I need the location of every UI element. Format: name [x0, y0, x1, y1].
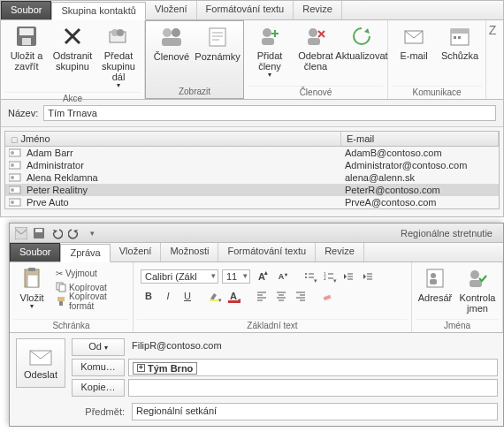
- tab2-moznosti[interactable]: Možnosti: [161, 243, 218, 261]
- to-button[interactable]: Komu…: [72, 359, 125, 376]
- paste-button[interactable]: Vložit ▾: [13, 264, 50, 313]
- subject-label: Předmět:: [72, 406, 128, 417]
- adresar-button[interactable]: Adresář: [416, 264, 454, 305]
- member-name: Prve Auto: [27, 197, 345, 208]
- contact-icon: [9, 160, 23, 170]
- group-text-label: Základní text: [137, 319, 408, 330]
- table-row[interactable]: Peter RealitnyPeterR@contoso.com: [5, 184, 499, 196]
- ribbon: Uložit a zavřít Odstranit skupinu Předat…: [1, 20, 503, 100]
- from-button[interactable]: Od ▾: [72, 338, 125, 356]
- delete-group-button[interactable]: Odstranit skupinu: [50, 22, 95, 73]
- font-color-button[interactable]: A: [225, 288, 241, 304]
- meeting-button[interactable]: Schůzka: [438, 22, 482, 63]
- col-email-header[interactable]: E-mail: [341, 132, 499, 146]
- indent-button[interactable]: [360, 269, 376, 284]
- qat-save-button[interactable]: [31, 225, 47, 241]
- clear-format-button[interactable]: [319, 288, 335, 304]
- qat-undo-button[interactable]: [49, 225, 65, 241]
- align-center-button[interactable]: [273, 288, 289, 304]
- notes-button[interactable]: Poznámky: [195, 23, 240, 64]
- tab-soubor[interactable]: Soubor: [1, 1, 51, 19]
- table-row[interactable]: Alena Reklamnaalena@alenn.sk: [5, 171, 499, 184]
- svg-point-15: [309, 28, 317, 37]
- remove-member-button[interactable]: Odebrat člena: [294, 22, 338, 73]
- group-jmena: Adresář Kontrola jmen Jména: [412, 262, 503, 332]
- qat-redo-button[interactable]: [66, 225, 82, 241]
- members-label: Členové: [154, 51, 189, 62]
- bullets-button[interactable]: [302, 269, 317, 284]
- members-button[interactable]: Členové: [149, 23, 194, 64]
- svg-point-13: [263, 28, 271, 37]
- align-right-button[interactable]: [293, 288, 309, 304]
- to-input[interactable]: +Tým Brno: [128, 359, 498, 376]
- tab2-revize[interactable]: Revize: [316, 243, 364, 261]
- tab2-formatovani[interactable]: Formátování textu: [218, 243, 316, 261]
- meeting-label: Schůzka: [441, 50, 478, 61]
- dropdown-icon: ▾: [30, 303, 34, 311]
- cc-input[interactable]: [128, 379, 498, 397]
- cut-button[interactable]: ✂Vyjmout: [52, 266, 129, 280]
- qat-more-button[interactable]: ▾: [84, 225, 100, 241]
- add-member-button[interactable]: Přidat členy ▾: [248, 22, 292, 81]
- font-selector[interactable]: Calibri (Zákl: [141, 269, 218, 284]
- save-close-label: Uložit a zavřít: [6, 50, 47, 72]
- cc-button[interactable]: Kopie…: [72, 379, 125, 397]
- send-button[interactable]: Odeslat: [16, 338, 65, 388]
- col-name-header[interactable]: ▢ Jméno: [5, 132, 341, 146]
- svg-rect-16: [308, 38, 320, 45]
- subject-input[interactable]: Regionální setkání: [132, 403, 498, 420]
- svg-rect-41: [59, 301, 63, 306]
- email-button[interactable]: E-mail: [392, 22, 436, 63]
- email-label: E-mail: [400, 50, 427, 61]
- tab-formatovani[interactable]: Formátování textu: [197, 1, 294, 19]
- table-row[interactable]: AdministratorAdministrator@contoso.com: [5, 159, 499, 171]
- more-button[interactable]: Z: [487, 22, 498, 39]
- tab-vlozeni[interactable]: Vložení: [146, 1, 197, 19]
- svg-rect-8: [162, 38, 181, 46]
- remove-member-label: Odebrat člena: [295, 50, 336, 72]
- tab2-vlozeni[interactable]: Vložení: [111, 243, 162, 261]
- numbering-button[interactable]: 12: [321, 269, 337, 284]
- underline-button[interactable]: U: [179, 288, 195, 304]
- tab-skupina-kontaktu[interactable]: Skupina kontaktů: [51, 2, 145, 20]
- tab-revize[interactable]: Revize: [294, 1, 342, 19]
- update-button[interactable]: Aktualizovat: [340, 22, 384, 63]
- tab2-zprava[interactable]: Zpráva: [60, 244, 110, 262]
- svg-point-6: [163, 28, 172, 37]
- svg-rect-28: [9, 186, 20, 193]
- highlight-button[interactable]: [206, 288, 222, 304]
- compose-area: Odeslat Od ▾ FilipR@contoso.com Komu… +T…: [10, 333, 503, 426]
- member-name: Alena Reklamna: [27, 172, 345, 183]
- shrink-font-button[interactable]: A▾: [273, 269, 289, 284]
- tab2-soubor[interactable]: Soubor: [10, 243, 60, 261]
- ribbon-tabs: Soubor Skupina kontaktů Vložení Formátov…: [1, 1, 503, 20]
- svg-rect-21: [458, 36, 461, 39]
- forward-group-button[interactable]: Předat skupinu dál ▾: [96, 22, 141, 92]
- kontrola-jmen-button[interactable]: Kontrola jmen: [456, 264, 499, 315]
- table-row[interactable]: Prve AutoPrveA@contoso.com: [5, 196, 499, 208]
- name-input[interactable]: Tím Trnava: [43, 105, 496, 121]
- svg-rect-14: [262, 38, 274, 45]
- bold-button[interactable]: B: [141, 288, 157, 304]
- align-left-button[interactable]: [254, 288, 270, 304]
- save-close-button[interactable]: Uložit a zavřít: [4, 22, 49, 73]
- outdent-button[interactable]: [340, 269, 356, 284]
- members-icon: [159, 25, 184, 49]
- italic-button[interactable]: I: [160, 288, 176, 304]
- member-list: Adam BarrAdamB@contoso.comAdministratorA…: [4, 147, 500, 209]
- dropdown-icon: ▾: [117, 82, 120, 90]
- notes-label: Poznámky: [195, 51, 240, 62]
- group-more: Z: [486, 20, 499, 99]
- svg-rect-26: [9, 174, 20, 181]
- format-painter-button[interactable]: Kopírovat formát: [52, 294, 129, 308]
- grow-font-button[interactable]: A▴: [254, 269, 270, 284]
- scissors-icon: ✂: [56, 269, 63, 278]
- recipient-chip[interactable]: +Tým Brno: [133, 362, 197, 375]
- name-label: Název:: [8, 108, 38, 118]
- font-size-selector[interactable]: 11: [222, 269, 250, 284]
- message-window: ▾ Regionálne stretnutie Soubor Zpráva Vl…: [9, 223, 504, 427]
- svg-rect-72: [430, 279, 437, 284]
- table-row[interactable]: Adam BarrAdamB@contoso.com: [5, 147, 499, 159]
- contact-icon: [9, 172, 23, 183]
- add-member-label: Přidat členy: [249, 50, 290, 72]
